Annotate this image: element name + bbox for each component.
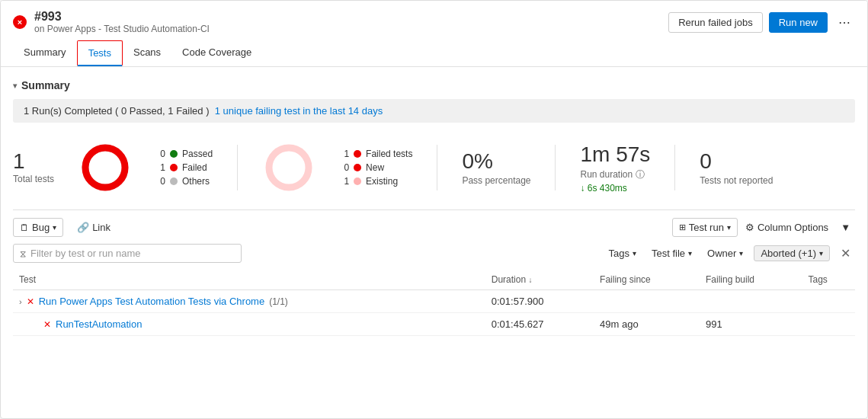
failed-count: 1 [156, 162, 165, 173]
filter-funnel-icon: ⧖ [20, 248, 26, 259]
filter-icon: ▼ [841, 222, 850, 233]
failed-stats: 1 Failed tests 0 New 1 Existing [340, 149, 412, 187]
test-run-icon: ⊞ [679, 222, 686, 232]
child-tags-cell [802, 313, 855, 336]
tags-cell [802, 290, 855, 313]
banner-link[interactable]: 1 unique failing test in the last 14 day… [215, 105, 383, 117]
pink-donut-svg [262, 141, 315, 194]
existing-dot [354, 178, 361, 185]
tab-tests[interactable]: Tests [77, 40, 123, 66]
filter-input-container: ⧖ Filter by test or run name [13, 244, 242, 263]
tab-summary[interactable]: Summary [13, 40, 77, 66]
test-run-chevron-icon: ▾ [727, 223, 731, 232]
clear-filter-button[interactable]: ✕ [836, 243, 855, 264]
vertical-divider-4 [674, 145, 675, 190]
bug-label: Bug [32, 222, 50, 233]
pass-pct-label: Pass percentage [462, 175, 530, 186]
banner-text: 1 Run(s) Completed ( 0 Passed, 1 Failed … [24, 105, 210, 117]
table-row: › ✕ Run Power Apps Test Automation Tests… [13, 290, 855, 313]
failed-dot [170, 164, 178, 171]
passed-count: 0 [156, 149, 165, 159]
legend-others: 0 Others [156, 176, 213, 187]
test-count: (1/1) [269, 296, 288, 307]
run-new-button[interactable]: Run new [769, 12, 828, 33]
build-title: #993 [34, 10, 210, 24]
pass-pct-value: 0% [462, 149, 530, 174]
summary-section: ▾ Summary 1 Run(s) Completed ( 0 Passed,… [13, 79, 855, 206]
col-duration[interactable]: Duration ↓ [485, 270, 594, 290]
aborted-filter-badge[interactable]: Aborted (+1) ▾ [754, 245, 830, 261]
test-name-cell: ✕ RunTestAutomation [13, 313, 485, 336]
not-reported-value: 0 [700, 149, 773, 174]
tab-scans[interactable]: Scans [123, 40, 171, 66]
child-test-name-link[interactable]: RunTestAutomation [56, 318, 142, 330]
filter-row: ⧖ Filter by test or run name Tags ▾ Test… [13, 243, 855, 264]
not-reported-label: Tests not reported [700, 175, 773, 186]
header-left: × #993 on Power Apps - Test Studio Autom… [13, 10, 210, 34]
run-duration-stat: 1m 57s Run duration ⓘ ↓ 6s 430ms [580, 142, 650, 194]
duration-label: Duration [492, 274, 526, 285]
child-failing-since-cell: 49m ago [594, 313, 700, 336]
child-duration-cell: 0:01:45.627 [485, 313, 594, 336]
header-top: × #993 on Power Apps - Test Studio Autom… [13, 10, 855, 34]
build-info: #993 on Power Apps - Test Studio Automat… [34, 10, 210, 34]
others-dot [170, 178, 178, 185]
new-stat: 0 New [340, 162, 412, 173]
rerun-failed-jobs-button[interactable]: Rerun failed jobs [668, 12, 763, 33]
test-name-cell: › ✕ Run Power Apps Test Automation Tests… [13, 290, 485, 313]
bug-button[interactable]: 🗒 Bug ▾ [13, 218, 63, 237]
owner-filter-button[interactable]: Owner ▾ [703, 245, 748, 261]
link-button[interactable]: 🔗 Link [72, 219, 115, 236]
svg-point-1 [85, 148, 125, 187]
existing-count: 1 [340, 176, 349, 187]
table-row: ✕ RunTestAutomation 0:01:45.627 49m ago … [13, 313, 855, 336]
toolbar-right: ⊞ Test run ▾ ⚙ Column Options ▼ [672, 218, 855, 237]
run-duration-sub: ↓ 6s 430ms [580, 183, 650, 194]
fail-icon: ✕ [27, 296, 34, 307]
aborted-chevron-icon: ▾ [819, 249, 823, 257]
total-tests-number: 1 [13, 151, 54, 172]
link-label: Link [92, 222, 111, 233]
header: × #993 on Power Apps - Test Studio Autom… [1, 1, 867, 67]
failed-tests-label: Failed tests [366, 149, 412, 159]
tab-code-coverage[interactable]: Code Coverage [171, 40, 262, 66]
pass-percentage-stat: 0% Pass percentage [462, 149, 530, 186]
test-name-link[interactable]: Run Power Apps Test Automation Tests via… [39, 296, 265, 307]
col-failing-since: Failing since [594, 270, 700, 290]
summary-banner: 1 Run(s) Completed ( 0 Passed, 1 Failed … [13, 99, 855, 123]
tags-filter-button[interactable]: Tags ▾ [604, 245, 641, 261]
header-right: Rerun failed jobs Run new ⋯ [668, 11, 855, 34]
test-file-filter-button[interactable]: Test file ▾ [647, 245, 697, 261]
test-run-label: Test run [689, 222, 724, 233]
owner-chevron-icon: ▾ [739, 249, 743, 257]
expand-icon[interactable]: › [19, 297, 22, 306]
summary-section-header[interactable]: ▾ Summary [13, 79, 855, 91]
test-file-label: Test file [652, 248, 685, 259]
build-subtitle: on Power Apps - Test Studio Automation-C… [34, 24, 210, 34]
test-run-button[interactable]: ⊞ Test run ▾ [672, 218, 738, 237]
child-failing-build-cell: 991 [700, 313, 802, 336]
more-options-button[interactable]: ⋯ [834, 11, 855, 34]
duration-sort-icon: ↓ [528, 276, 532, 284]
failed-tests-dot [354, 150, 361, 158]
duration-cell: 0:01:57.900 [485, 290, 594, 313]
tags-label: Tags [609, 248, 629, 259]
donut-chart [78, 141, 132, 194]
test-file-chevron-icon: ▾ [688, 249, 692, 257]
vertical-divider [237, 145, 238, 190]
donut-svg [78, 141, 132, 194]
others-count: 0 [156, 176, 165, 187]
filter-icon-button[interactable]: ▼ [836, 219, 855, 236]
bug-chevron-icon: ▾ [53, 223, 56, 232]
failed-tests-stat: 1 Failed tests [340, 149, 412, 159]
info-icon[interactable]: ⓘ [636, 168, 645, 181]
table-area: 🗒 Bug ▾ 🔗 Link ⊞ Test run ▾ [13, 210, 855, 336]
svg-point-2 [269, 148, 309, 187]
failed-label: Failed [182, 162, 207, 173]
column-options-button[interactable]: ⚙ Column Options [741, 219, 833, 236]
passed-dot [170, 150, 178, 158]
pink-donut-chart [262, 141, 315, 194]
legend: 0 Passed 1 Failed 0 Others [156, 149, 213, 187]
others-label: Others [182, 176, 210, 187]
close-icon[interactable]: × [13, 15, 27, 29]
